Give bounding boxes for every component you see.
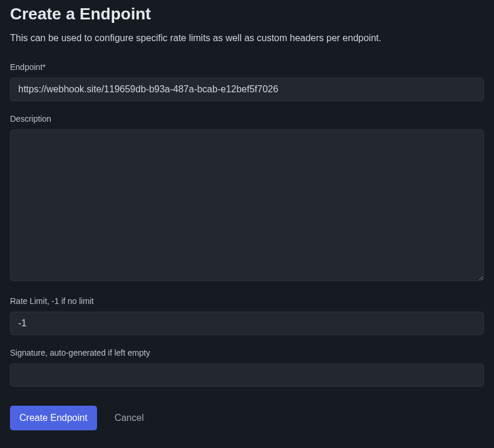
signature-input[interactable] [10,363,484,387]
endpoint-input[interactable] [10,78,484,101]
rate-limit-label: Rate Limit, -1 if no limit [10,296,484,306]
rate-limit-input[interactable] [10,312,484,335]
page-description: This can be used to configure specific r… [10,33,484,44]
description-field-group: Description [10,114,484,283]
endpoint-label: Endpoint* [10,62,484,72]
page-title: Create a Endpoint [10,5,484,24]
create-endpoint-button[interactable]: Create Endpoint [10,406,97,430]
button-row: Create Endpoint Cancel [10,406,484,430]
description-label: Description [10,114,484,123]
rate-limit-field-group: Rate Limit, -1 if no limit [10,296,484,335]
signature-field-group: Signature, auto-generated if left empty [10,348,484,387]
endpoint-field-group: Endpoint* [10,62,484,101]
cancel-button[interactable]: Cancel [112,407,146,429]
signature-label: Signature, auto-generated if left empty [10,348,484,357]
description-textarea[interactable] [10,129,484,281]
